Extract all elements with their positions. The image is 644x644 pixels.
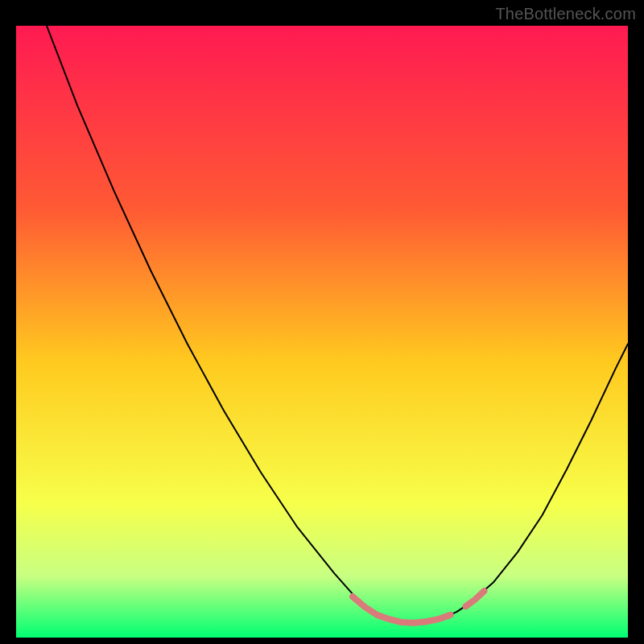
chart-svg bbox=[16, 26, 628, 638]
plot-area bbox=[16, 26, 628, 638]
gradient-background bbox=[16, 26, 628, 638]
chart-container: TheBottleneck.com bbox=[0, 0, 644, 644]
attribution-label: TheBottleneck.com bbox=[495, 5, 636, 23]
